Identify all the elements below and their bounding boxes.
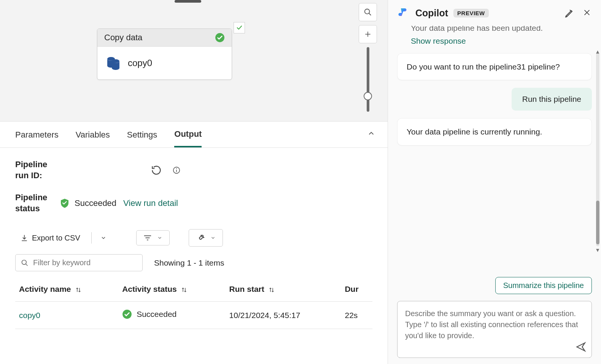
svg-line-17 [26, 264, 28, 266]
export-dropdown-button[interactable] [97, 233, 110, 242]
col-run-start[interactable]: Run start [226, 277, 341, 302]
input-wrap: Describe the summary you want or ask a q… [388, 297, 601, 364]
activity-body: copy0 [97, 47, 232, 79]
copilot-header: Copilot PREVIEW [388, 0, 601, 26]
status-value: Succeeded [75, 198, 116, 208]
zoom-in-button[interactable] [359, 25, 377, 43]
filter-input-wrap[interactable] [15, 254, 143, 271]
chat-input[interactable]: Describe the summary you want or ask a q… [397, 301, 592, 358]
svg-point-2 [112, 59, 119, 63]
chat-area[interactable]: Your data pipeline has been updated. Sho… [388, 26, 601, 274]
table-header-row: Activity name Activity status Run start … [15, 277, 372, 302]
status-value-wrap: Succeeded [60, 198, 116, 208]
svg-line-4 [369, 13, 371, 16]
svg-point-3 [365, 9, 370, 14]
cell-activity-status: Succeeded [118, 302, 225, 329]
filter-row: Showing 1 - 1 items [15, 254, 372, 271]
tab-variables[interactable]: Variables [76, 130, 110, 147]
copilot-title: Copilot [415, 8, 448, 19]
activity-name: copy0 [128, 58, 152, 68]
activity-card[interactable]: Copy data copy0 [97, 28, 232, 80]
success-icon [122, 309, 132, 319]
col-activity-name[interactable]: Activity name [15, 277, 118, 302]
zoom-handle[interactable] [364, 92, 372, 100]
tab-settings[interactable]: Settings [127, 130, 157, 147]
zoom-controls [359, 3, 377, 112]
user-message: Run this pipeline [512, 88, 592, 111]
refresh-button[interactable] [151, 165, 162, 176]
database-icon [106, 55, 121, 71]
activity-success-port[interactable] [234, 22, 245, 33]
copilot-logo-icon [398, 7, 410, 19]
success-icon [215, 33, 225, 43]
settings-dropdown-button[interactable] [189, 229, 223, 247]
table-row[interactable]: copy0 Succeeded 10/21/2024, 5:45:17 22s [15, 302, 372, 329]
collapse-panel-button[interactable] [367, 129, 375, 138]
zoom-slider[interactable] [367, 47, 369, 112]
output-table: Activity name Activity status Run start … [15, 277, 372, 329]
activity-title: Copy data [104, 33, 142, 43]
filter-columns-button[interactable] [136, 230, 170, 245]
close-button[interactable] [583, 8, 591, 17]
scrollbar-thumb[interactable] [596, 201, 599, 244]
chat-placeholder: Describe the summary you want or ask a q… [405, 308, 584, 341]
status-row: Pipeline status Succeeded View run detai… [15, 192, 372, 214]
activity-header: Copy data [97, 29, 232, 47]
tabs-row: Parameters Variables Settings Output [0, 122, 388, 148]
tab-output[interactable]: Output [174, 129, 202, 147]
sort-icon [268, 286, 275, 293]
main-pane: Copy data copy0 [0, 0, 388, 364]
showing-text: Showing 1 - 1 items [154, 258, 224, 267]
assistant-message: Do you want to run the pipeline31 pipeli… [397, 53, 592, 80]
copilot-panel: Copilot PREVIEW Your data pipeline has b… [388, 0, 601, 364]
cell-duration: 22s [341, 302, 372, 329]
search-icon [21, 259, 29, 267]
scroll-up-arrow[interactable]: ▲ [595, 49, 600, 55]
cell-activity-name[interactable]: copy0 [15, 302, 118, 329]
filter-input[interactable] [33, 258, 137, 267]
assistant-message: Your data pipeline is currently running. [397, 118, 592, 145]
suggestion-row: Summarize this pipeline [388, 274, 601, 297]
suggestion-chip[interactable]: Summarize this pipeline [495, 277, 592, 294]
run-id-row: Pipeline run ID: [15, 159, 372, 181]
show-response-link[interactable]: Show response [411, 36, 592, 46]
tab-parameters[interactable]: Parameters [15, 130, 59, 147]
scroll-down-arrow[interactable]: ▼ [595, 247, 600, 253]
shield-success-icon [60, 198, 69, 208]
svg-point-9 [176, 168, 177, 169]
run-id-label: Pipeline run ID: [15, 159, 53, 181]
export-csv-button[interactable]: Export to CSV [15, 231, 86, 245]
info-icon[interactable] [172, 166, 181, 174]
preview-badge: PREVIEW [453, 9, 489, 17]
pipeline-canvas[interactable]: Copy data copy0 [0, 0, 388, 122]
clear-chat-button[interactable] [564, 8, 574, 17]
sort-icon [75, 286, 82, 293]
cell-run-start: 10/21/2024, 5:45:17 [226, 302, 341, 329]
col-activity-status[interactable]: Activity status [118, 277, 225, 302]
col-duration[interactable]: Dur [341, 277, 372, 302]
divider [91, 232, 92, 244]
status-label: Pipeline status [15, 192, 53, 214]
sort-icon [181, 286, 188, 293]
send-button[interactable] [576, 342, 586, 352]
view-run-detail-link[interactable]: View run detail [123, 198, 178, 208]
truncated-msg: Your data pipeline has been updated. Sho… [397, 27, 592, 46]
zoom-fit-button[interactable] [359, 3, 377, 21]
svg-point-15 [202, 235, 203, 237]
export-csv-label: Export to CSV [32, 234, 80, 242]
output-toolbar: Export to CSV [15, 229, 372, 247]
svg-point-16 [22, 260, 27, 264]
output-body: Pipeline run ID: Pipeline status Succeed… [0, 148, 388, 364]
